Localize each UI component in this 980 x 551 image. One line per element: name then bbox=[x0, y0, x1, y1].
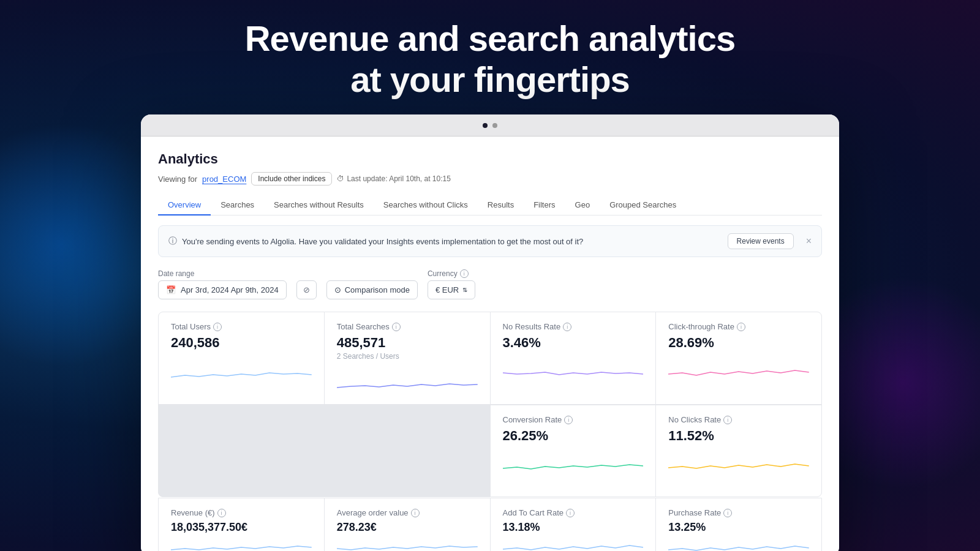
sparkline-total-searches bbox=[337, 365, 478, 399]
metric-value-conversion-rate: 26.25% bbox=[503, 428, 644, 444]
date-range-group: Date range 📅 Apr 3rd, 2024 Apr 9th, 2024 bbox=[158, 269, 287, 299]
info-icon-no-results-rate: i bbox=[563, 323, 571, 331]
currency-value: € EUR bbox=[435, 285, 459, 294]
metric-title-add-to-cart: Add To Cart Rate i bbox=[503, 508, 644, 517]
metric-title-conversion-rate: Conversion Rate i bbox=[503, 415, 644, 424]
filter-icon: ⊘ bbox=[303, 285, 310, 294]
metric-title-total-searches: Total Searches i bbox=[337, 322, 478, 331]
include-indices-button[interactable]: Include other indices bbox=[251, 172, 332, 186]
sparkline-total-users bbox=[171, 356, 312, 389]
info-icon-total-users: i bbox=[213, 323, 222, 331]
browser-window: Analytics Viewing for prod_ECOM Include … bbox=[141, 114, 839, 551]
controls-row: Date range 📅 Apr 3rd, 2024 Apr 9th, 2024… bbox=[158, 269, 822, 299]
metric-value-ctr: 28.69% bbox=[668, 335, 809, 351]
tab-filters[interactable]: Filters bbox=[524, 195, 565, 216]
info-icon: ⓘ bbox=[168, 236, 177, 247]
currency-label: Currency i bbox=[428, 269, 475, 278]
analytics-panel: Analytics Viewing for prod_ECOM Include … bbox=[141, 137, 839, 551]
metrics-grid-top: Total Users i 240,586 Total Searches i 4… bbox=[158, 312, 822, 497]
currency-selector[interactable]: € EUR ⇅ bbox=[428, 280, 475, 299]
sparkline-no-clicks-rate bbox=[668, 449, 809, 482]
browser-dot-1 bbox=[483, 123, 488, 128]
sparkline-conversion-rate bbox=[503, 449, 644, 482]
metric-value-revenue: 18,035,377.50€ bbox=[171, 521, 312, 534]
index-link[interactable]: prod_ECOM bbox=[202, 174, 246, 184]
tab-searches[interactable]: Searches bbox=[211, 195, 264, 216]
info-banner-content: ⓘ You're sending events to Algolia. Have… bbox=[168, 236, 583, 247]
analytics-subtitle: Viewing for prod_ECOM Include other indi… bbox=[158, 172, 822, 186]
info-icon-avg-order: i bbox=[411, 509, 420, 517]
metrics-grid-bottom: Revenue (€) i 18,035,377.50€ Average ord… bbox=[158, 498, 822, 551]
metric-card-total-searches: Total Searches i 485,571 2 Searches / Us… bbox=[325, 312, 490, 404]
currency-info-icon: i bbox=[460, 269, 469, 278]
comparison-mode-button[interactable]: ⊙ Comparison mode bbox=[326, 280, 418, 299]
info-icon-total-searches: i bbox=[392, 323, 401, 331]
info-icon-conversion-rate: i bbox=[564, 416, 573, 424]
metric-title-no-results-rate: No Results Rate i bbox=[503, 322, 644, 331]
clock-icon: ⏱ bbox=[337, 174, 344, 183]
metric-card-avg-order: Average order value i 278.23€ bbox=[325, 498, 490, 551]
browser-dot-2 bbox=[492, 123, 497, 128]
tab-searches-no-clicks[interactable]: Searches without Clicks bbox=[374, 195, 478, 216]
calendar-icon: 📅 bbox=[166, 285, 176, 294]
hero-title: Revenue and search analytics at your fin… bbox=[0, 0, 980, 114]
metric-title-avg-order: Average order value i bbox=[337, 508, 478, 517]
date-range-label: Date range bbox=[158, 269, 287, 278]
sparkline-ctr bbox=[668, 356, 809, 389]
metric-title-ctr: Click-through Rate i bbox=[668, 322, 809, 331]
metric-card-total-users: Total Users i 240,586 bbox=[159, 312, 324, 404]
metric-value-no-results-rate: 3.46% bbox=[503, 335, 644, 351]
review-events-button[interactable]: Review events bbox=[728, 233, 794, 249]
tabs-nav: Overview Searches Searches without Resul… bbox=[158, 195, 822, 216]
metric-sub-total-searches: 2 Searches / Users bbox=[337, 352, 478, 361]
metric-value-no-clicks-rate: 11.52% bbox=[668, 428, 809, 444]
info-icon-no-clicks-rate: i bbox=[723, 416, 732, 424]
metric-value-add-to-cart: 13.18% bbox=[503, 521, 644, 534]
tab-overview[interactable]: Overview bbox=[158, 195, 211, 216]
close-banner-button[interactable]: × bbox=[806, 236, 812, 247]
info-icon-purchase-rate: i bbox=[723, 509, 732, 517]
info-icon-ctr: i bbox=[737, 323, 745, 331]
browser-chrome bbox=[141, 114, 839, 137]
comparison-icon: ⊙ bbox=[334, 285, 341, 294]
metric-title-no-clicks-rate: No Clicks Rate i bbox=[668, 415, 809, 424]
metric-value-total-searches: 485,571 bbox=[337, 335, 478, 351]
metric-card-add-to-cart: Add To Cart Rate i 13.18% bbox=[491, 498, 656, 551]
metric-card-conversion-rate: Conversion Rate i 26.25% bbox=[491, 405, 656, 497]
tab-searches-no-results[interactable]: Searches without Results bbox=[264, 195, 374, 216]
info-icon-revenue: i bbox=[217, 509, 226, 517]
viewing-for-label: Viewing for bbox=[158, 174, 197, 184]
metric-card-no-clicks-rate: No Clicks Rate i 11.52% bbox=[656, 405, 821, 497]
info-icon-add-to-cart: i bbox=[566, 509, 575, 517]
tab-results[interactable]: Results bbox=[478, 195, 524, 216]
chevron-up-down-icon: ⇅ bbox=[462, 287, 467, 293]
metric-value-purchase-rate: 13.25% bbox=[668, 521, 809, 534]
metric-card-ctr: Click-through Rate i 28.69% bbox=[656, 312, 821, 404]
metric-card-revenue: Revenue (€) i 18,035,377.50€ bbox=[159, 498, 324, 551]
filter-button[interactable]: ⊘ bbox=[296, 280, 317, 299]
tab-grouped-searches[interactable]: Grouped Searches bbox=[600, 195, 686, 216]
metric-card-purchase-rate: Purchase Rate i 13.25% bbox=[656, 498, 821, 551]
metric-title-total-users: Total Users i bbox=[171, 322, 312, 331]
metric-value-total-users: 240,586 bbox=[171, 335, 312, 351]
metric-value-avg-order: 278.23€ bbox=[337, 521, 478, 534]
metric-title-revenue: Revenue (€) i bbox=[171, 508, 312, 517]
date-value: Apr 3rd, 2024 Apr 9th, 2024 bbox=[181, 285, 279, 294]
page-title: Analytics bbox=[158, 151, 822, 167]
info-banner-text: You're sending events to Algolia. Have y… bbox=[182, 237, 583, 246]
tab-geo[interactable]: Geo bbox=[565, 195, 600, 216]
metric-title-purchase-rate: Purchase Rate i bbox=[668, 508, 809, 517]
metric-card-no-results-rate: No Results Rate i 3.46% bbox=[491, 312, 656, 404]
currency-group: Currency i € EUR ⇅ bbox=[428, 269, 475, 299]
info-banner: ⓘ You're sending events to Algolia. Have… bbox=[158, 225, 822, 257]
sparkline-no-results-rate bbox=[503, 356, 644, 389]
last-update: ⏱ Last update: April 10th, at 10:15 bbox=[337, 174, 450, 183]
date-picker[interactable]: 📅 Apr 3rd, 2024 Apr 9th, 2024 bbox=[158, 280, 287, 299]
